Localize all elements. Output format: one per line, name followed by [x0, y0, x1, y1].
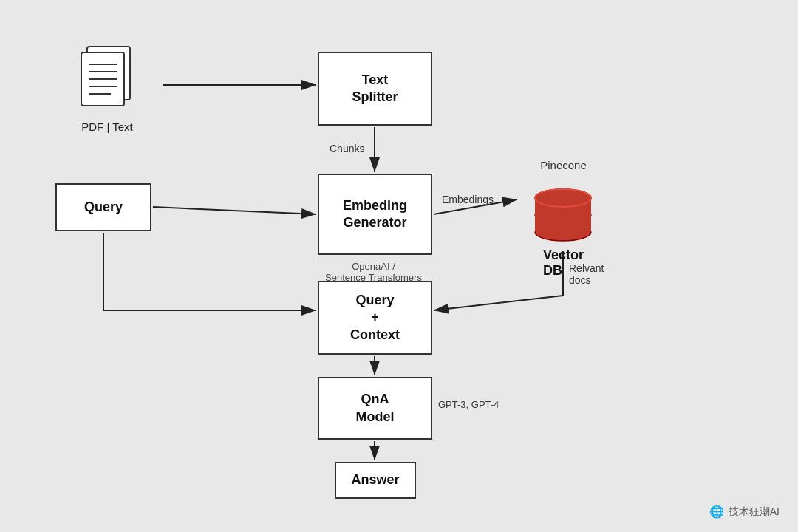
- query-label: Query: [84, 199, 123, 216]
- document-icon: [74, 41, 140, 115]
- watermark-icon: 🌐: [709, 505, 724, 519]
- text-splitter-box: TextSplitter: [318, 52, 432, 126]
- query-context-box: Query+Context: [318, 281, 432, 355]
- embeddings-label: Embedings: [442, 194, 494, 205]
- answer-label: Answer: [351, 471, 399, 488]
- svg-line-6: [434, 296, 563, 310]
- pdf-text-icon-area: PDF | Text: [74, 41, 140, 133]
- svg-line-3: [153, 207, 316, 214]
- answer-box: Answer: [335, 462, 416, 499]
- vector-db-area: Pinecone VectorDB: [532, 159, 595, 279]
- pdf-text-label: PDF | Text: [81, 120, 132, 133]
- qna-model-label: QnAModel: [356, 391, 395, 426]
- gpt-label: GPT-3, GPT-4: [438, 399, 499, 410]
- diagram-container: PDF | Text TextSplitter Chunks EmbedingG…: [0, 0, 798, 532]
- pinecone-label: Pinecone: [540, 159, 587, 171]
- database-icon: [532, 174, 595, 245]
- query-box: Query: [55, 183, 151, 231]
- openai-subtitle: OpenaAI /Sentence Transfomers: [309, 261, 438, 283]
- chunks-label: Chunks: [330, 143, 364, 154]
- relevant-docs-label: Relvantdocs: [569, 262, 604, 286]
- embedding-generator-box: EmbedingGenerator: [318, 174, 432, 255]
- watermark-text: 技术狂潮AI: [729, 505, 780, 519]
- qna-model-box: QnAModel: [318, 377, 432, 440]
- watermark: 🌐 技术狂潮AI: [709, 505, 780, 519]
- embedding-generator-label: EmbedingGenerator: [343, 197, 407, 232]
- text-splitter-label: TextSplitter: [352, 72, 398, 106]
- query-context-label: Query+Context: [350, 292, 400, 344]
- svg-rect-21: [535, 215, 591, 232]
